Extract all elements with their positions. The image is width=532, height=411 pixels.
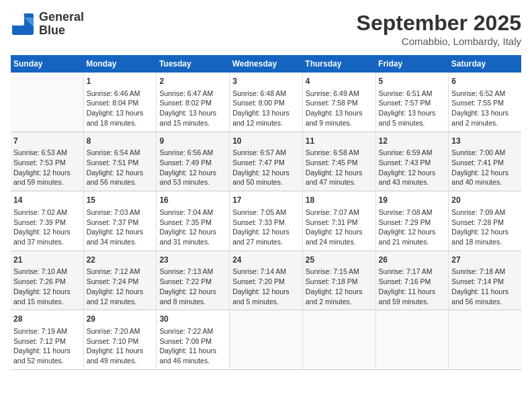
calendar-cell: 25Sunrise: 7:15 AM Sunset: 7:18 PM Dayli… — [302, 250, 375, 310]
calendar-cell: 24Sunrise: 7:14 AM Sunset: 7:20 PM Dayli… — [230, 250, 303, 310]
cell-content: Sunrise: 7:19 AM Sunset: 7:12 PM Dayligh… — [13, 326, 81, 366]
cell-content: Sunrise: 7:20 AM Sunset: 7:10 PM Dayligh… — [87, 326, 154, 366]
header-tuesday: Tuesday — [157, 55, 230, 73]
cell-content: Sunrise: 6:58 AM Sunset: 7:45 PM Dayligh… — [306, 148, 373, 187]
calendar-cell: 17Sunrise: 7:05 AM Sunset: 7:33 PM Dayli… — [230, 191, 303, 251]
calendar-cell: 2Sunrise: 6:47 AM Sunset: 8:02 PM Daylig… — [157, 73, 230, 132]
day-number: 23 — [159, 255, 226, 266]
week-row-3: 14Sunrise: 7:02 AM Sunset: 7:39 PM Dayli… — [11, 191, 521, 251]
calendar-cell: 20Sunrise: 7:09 AM Sunset: 7:28 PM Dayli… — [449, 191, 521, 251]
logo: General Blue — [11, 11, 84, 38]
cell-content: Sunrise: 7:00 AM Sunset: 7:41 PM Dayligh… — [451, 148, 519, 187]
header-friday: Friday — [375, 55, 449, 73]
day-number: 7 — [13, 136, 81, 147]
calendar-cell: 7Sunrise: 6:53 AM Sunset: 7:53 PM Daylig… — [11, 132, 83, 191]
day-number: 30 — [159, 314, 226, 325]
cell-content: Sunrise: 7:22 AM Sunset: 7:08 PM Dayligh… — [159, 326, 226, 366]
cell-content: Sunrise: 6:53 AM Sunset: 7:53 PM Dayligh… — [13, 148, 81, 187]
cell-content: Sunrise: 7:13 AM Sunset: 7:22 PM Dayligh… — [159, 267, 226, 306]
calendar-cell: 23Sunrise: 7:13 AM Sunset: 7:22 PM Dayli… — [157, 250, 230, 310]
calendar-cell — [11, 73, 83, 132]
calendar-cell: 11Sunrise: 6:58 AM Sunset: 7:45 PM Dayli… — [302, 132, 375, 191]
cell-content: Sunrise: 7:15 AM Sunset: 7:18 PM Dayligh… — [306, 267, 373, 306]
day-number: 11 — [306, 136, 373, 147]
calendar-cell: 30Sunrise: 7:22 AM Sunset: 7:08 PM Dayli… — [157, 310, 230, 370]
cell-content: Sunrise: 7:08 AM Sunset: 7:29 PM Dayligh… — [379, 208, 446, 247]
logo-icon — [11, 12, 35, 36]
day-number: 21 — [13, 255, 81, 266]
calendar-cell: 16Sunrise: 7:04 AM Sunset: 7:35 PM Dayli… — [157, 191, 230, 251]
logo-text-line2: Blue — [39, 24, 84, 38]
cell-content: Sunrise: 7:04 AM Sunset: 7:35 PM Dayligh… — [159, 208, 226, 247]
day-number: 19 — [379, 195, 446, 206]
calendar-cell: 10Sunrise: 6:57 AM Sunset: 7:47 PM Dayli… — [230, 132, 303, 191]
month-title: September 2025 — [357, 11, 521, 36]
day-number: 6 — [451, 76, 519, 87]
day-number: 20 — [451, 195, 519, 206]
calendar-cell — [375, 310, 449, 370]
day-number: 4 — [306, 76, 373, 87]
calendar-cell: 5Sunrise: 6:51 AM Sunset: 7:57 PM Daylig… — [375, 73, 449, 132]
day-number: 9 — [159, 136, 226, 147]
calendar-cell: 15Sunrise: 7:03 AM Sunset: 7:37 PM Dayli… — [83, 191, 157, 251]
cell-content: Sunrise: 7:05 AM Sunset: 7:33 PM Dayligh… — [232, 208, 300, 247]
cell-content: Sunrise: 6:48 AM Sunset: 8:00 PM Dayligh… — [232, 89, 300, 128]
calendar-cell: 28Sunrise: 7:19 AM Sunset: 7:12 PM Dayli… — [11, 310, 83, 370]
day-number: 5 — [379, 76, 446, 87]
cell-content: Sunrise: 7:07 AM Sunset: 7:31 PM Dayligh… — [306, 208, 373, 247]
calendar-cell: 1Sunrise: 6:46 AM Sunset: 8:04 PM Daylig… — [83, 73, 157, 132]
title-area: September 2025 Comabbio, Lombardy, Italy — [357, 11, 521, 47]
day-number: 3 — [232, 76, 300, 87]
day-number: 17 — [232, 195, 300, 206]
logo-text-line1: General — [39, 11, 84, 24]
location: Comabbio, Lombardy, Italy — [357, 36, 521, 47]
week-row-1: 1Sunrise: 6:46 AM Sunset: 8:04 PM Daylig… — [11, 73, 521, 132]
day-number: 16 — [159, 195, 226, 206]
cell-content: Sunrise: 7:12 AM Sunset: 7:24 PM Dayligh… — [87, 267, 154, 306]
calendar-cell: 18Sunrise: 7:07 AM Sunset: 7:31 PM Dayli… — [302, 191, 375, 251]
calendar-cell: 27Sunrise: 7:18 AM Sunset: 7:14 PM Dayli… — [449, 250, 521, 310]
calendar-cell: 29Sunrise: 7:20 AM Sunset: 7:10 PM Dayli… — [83, 310, 157, 370]
cell-content: Sunrise: 6:52 AM Sunset: 7:55 PM Dayligh… — [451, 89, 519, 128]
calendar-cell: 21Sunrise: 7:10 AM Sunset: 7:26 PM Dayli… — [11, 250, 83, 310]
day-number: 12 — [379, 136, 446, 147]
page-header: General Blue September 2025 Comabbio, Lo… — [11, 11, 521, 47]
day-number: 22 — [87, 255, 154, 266]
day-number: 18 — [306, 195, 373, 206]
week-row-5: 28Sunrise: 7:19 AM Sunset: 7:12 PM Dayli… — [11, 310, 521, 370]
cell-content: Sunrise: 7:09 AM Sunset: 7:28 PM Dayligh… — [451, 208, 519, 247]
calendar-cell: 3Sunrise: 6:48 AM Sunset: 8:00 PM Daylig… — [230, 73, 303, 132]
cell-content: Sunrise: 7:03 AM Sunset: 7:37 PM Dayligh… — [87, 208, 154, 247]
calendar-cell — [302, 310, 375, 370]
day-number: 14 — [13, 195, 81, 206]
day-number: 24 — [232, 255, 300, 266]
svg-rect-2 — [12, 13, 24, 26]
week-row-4: 21Sunrise: 7:10 AM Sunset: 7:26 PM Dayli… — [11, 250, 521, 310]
calendar-cell: 12Sunrise: 6:59 AM Sunset: 7:43 PM Dayli… — [375, 132, 449, 191]
header-saturday: Saturday — [449, 55, 521, 73]
cell-content: Sunrise: 7:14 AM Sunset: 7:20 PM Dayligh… — [232, 267, 300, 306]
cell-content: Sunrise: 6:51 AM Sunset: 7:57 PM Dayligh… — [379, 89, 446, 128]
cell-content: Sunrise: 6:56 AM Sunset: 7:49 PM Dayligh… — [159, 148, 226, 187]
week-row-2: 7Sunrise: 6:53 AM Sunset: 7:53 PM Daylig… — [11, 132, 521, 191]
cell-content: Sunrise: 7:17 AM Sunset: 7:16 PM Dayligh… — [379, 267, 446, 306]
day-number: 13 — [451, 136, 519, 147]
cell-content: Sunrise: 6:54 AM Sunset: 7:51 PM Dayligh… — [87, 148, 154, 187]
calendar-cell — [449, 310, 521, 370]
calendar-cell — [230, 310, 303, 370]
calendar-cell: 8Sunrise: 6:54 AM Sunset: 7:51 PM Daylig… — [83, 132, 157, 191]
day-number: 28 — [13, 314, 81, 325]
cell-content: Sunrise: 6:59 AM Sunset: 7:43 PM Dayligh… — [379, 148, 446, 187]
header-wednesday: Wednesday — [230, 55, 303, 73]
cell-content: Sunrise: 6:57 AM Sunset: 7:47 PM Dayligh… — [232, 148, 300, 187]
calendar-cell: 22Sunrise: 7:12 AM Sunset: 7:24 PM Dayli… — [83, 250, 157, 310]
cell-content: Sunrise: 6:47 AM Sunset: 8:02 PM Dayligh… — [159, 89, 226, 128]
calendar-table: SundayMondayTuesdayWednesdayThursdayFrid… — [11, 55, 521, 370]
header-monday: Monday — [83, 55, 157, 73]
cell-content: Sunrise: 6:46 AM Sunset: 8:04 PM Dayligh… — [87, 89, 154, 128]
cell-content: Sunrise: 7:18 AM Sunset: 7:14 PM Dayligh… — [451, 267, 519, 306]
day-number: 25 — [306, 255, 373, 266]
calendar-cell: 19Sunrise: 7:08 AM Sunset: 7:29 PM Dayli… — [375, 191, 449, 251]
calendar-cell: 13Sunrise: 7:00 AM Sunset: 7:41 PM Dayli… — [449, 132, 521, 191]
day-number: 27 — [451, 255, 519, 266]
